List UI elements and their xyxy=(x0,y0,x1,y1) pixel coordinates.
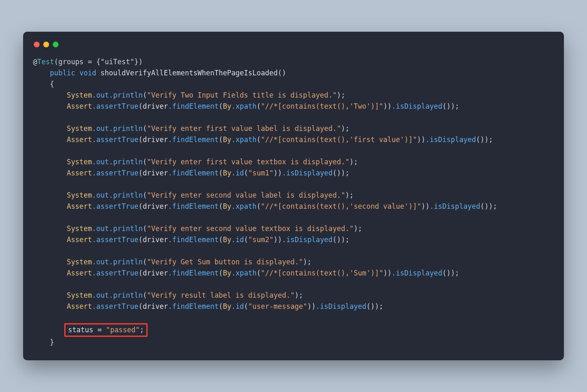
code-window: @Test(groups = {"uiTest"}) public void s… xyxy=(23,32,564,360)
close-icon[interactable] xyxy=(34,42,40,47)
method-name: shouldVerifyAllElementsWhenThePageIsLoad… xyxy=(101,69,278,77)
kw-void: void xyxy=(80,69,96,77)
println-1: "Verify Two Input Fields title is displa… xyxy=(147,91,337,99)
println-2: "Verify enter first value label is displ… xyxy=(147,124,341,133)
code-block: @Test(groups = {"uiTest"}) public void s… xyxy=(33,56,554,348)
highlight-status: status = "passed"; xyxy=(64,323,148,337)
traffic-lights xyxy=(34,42,554,47)
println-3: "Verify enter first value textbox is dis… xyxy=(147,158,349,166)
brace-close: } xyxy=(50,338,54,346)
println-4: "Verify enter second value label is disp… xyxy=(147,191,345,199)
brace-open: { xyxy=(50,80,54,88)
println-7: "Verify result label is displayed." xyxy=(147,291,294,299)
minimize-icon[interactable] xyxy=(43,42,49,47)
xpath-4: "//*[contains(text(),'second value')]" xyxy=(261,202,421,210)
xpath-6: "//*[contains(text(),'Sum')]" xyxy=(261,269,383,277)
println-5: "Verify enter second value textbox is di… xyxy=(147,224,354,233)
xpath-1: "//*[contains(text(),'Two')]" xyxy=(261,102,383,110)
kw-public: public xyxy=(50,69,75,77)
zoom-icon[interactable] xyxy=(53,42,59,47)
annotation-args: (groups = {"uiTest"}) xyxy=(54,58,143,66)
annotation-at: @ xyxy=(33,58,37,66)
xpath-2: "//*[contains(text(),'first value')]" xyxy=(261,135,417,144)
id-5: "sum2" xyxy=(248,236,273,244)
annotation-name: Test xyxy=(37,58,54,66)
id-3: "sum1" xyxy=(248,169,273,177)
println-6: "Verify Get Sum button is displayed." xyxy=(147,258,303,266)
id-7: "user-message" xyxy=(248,302,307,310)
status-value: "passed" xyxy=(106,326,140,334)
